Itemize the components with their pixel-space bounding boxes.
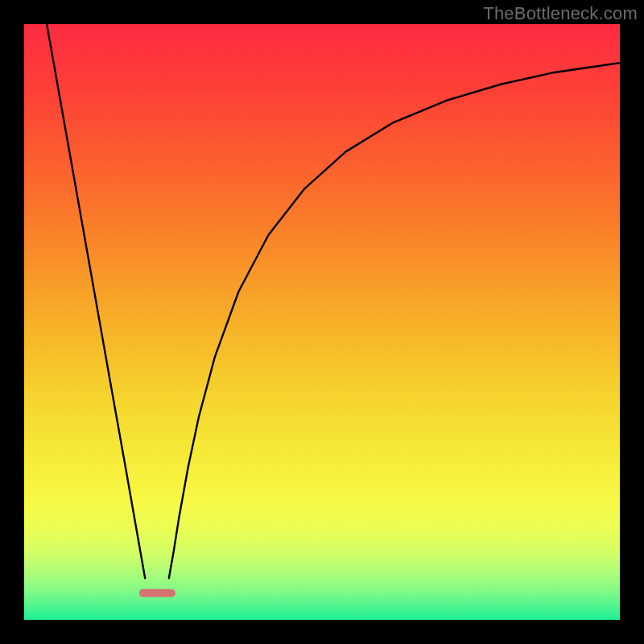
watermark-text: TheBottleneck.com: [483, 3, 638, 24]
optimal-zone-marker: [139, 589, 175, 597]
chart-canvas: [24, 24, 620, 620]
gradient-background: [24, 24, 620, 620]
plot-area: [24, 24, 620, 620]
chart-frame: TheBottleneck.com: [0, 0, 644, 644]
